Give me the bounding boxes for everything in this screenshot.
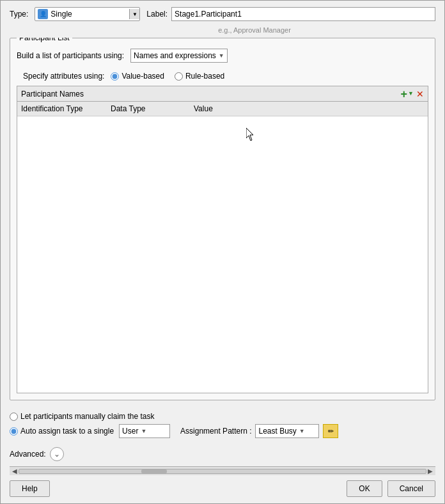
label-label: Label: — [146, 10, 168, 19]
top-section: Type: 👤 Single ▼ Label: — [1, 1, 444, 25]
add-dropdown-icon[interactable]: ▼ — [408, 91, 414, 97]
bottom-section: Let participants manually claim the task… — [1, 407, 444, 442]
dialog: Type: 👤 Single ▼ Label: e.g., Approval M… — [0, 0, 445, 504]
participant-list-fieldset: Participant List Build a list of partici… — [10, 38, 435, 400]
pattern-select[interactable]: Least Busy ▼ — [255, 424, 319, 438]
label-input[interactable] — [171, 7, 435, 21]
scroll-left-arrow[interactable]: ◀ — [11, 468, 19, 475]
panel-title: Participant Names — [21, 90, 84, 98]
col-identification-type: Identification Type — [20, 104, 109, 114]
build-label: Build a list of participants using: — [17, 51, 124, 60]
type-dropdown-arrow[interactable]: ▼ — [129, 9, 139, 19]
col-value: Value — [192, 104, 425, 114]
type-icon: 👤 — [38, 9, 48, 19]
footer-right: OK Cancel — [347, 480, 435, 497]
ok-button[interactable]: OK — [347, 480, 382, 497]
help-button[interactable]: Help — [10, 480, 50, 497]
participant-names-panel: Participant Names + ▼ ✕ Identification T… — [17, 86, 428, 393]
build-dropdown-arrow: ▼ — [219, 52, 224, 59]
user-dropdown-arrow: ▼ — [141, 428, 146, 434]
build-dropdown[interactable]: Names and expressions ▼ — [130, 49, 228, 63]
panel-header: Participant Names + ▼ ✕ — [17, 86, 428, 102]
col-data-type: Data Type — [109, 104, 192, 114]
manually-claim-radio[interactable]: Let participants manually claim the task — [10, 412, 154, 421]
assignment-pattern-label: Assignment Pattern : — [180, 427, 251, 436]
manually-row: Let participants manually claim the task — [10, 412, 435, 421]
manually-claim-label: Let participants manually claim the task — [20, 412, 154, 421]
auto-assign-row: Auto assign task to a single User ▼ Assi… — [10, 424, 435, 438]
table-header: Identification Type Data Type Value — [17, 102, 428, 116]
advanced-toggle-button[interactable]: ⌄ — [50, 447, 64, 461]
specify-label: Specify attributes using: — [23, 72, 104, 81]
edit-pattern-button[interactable]: ✏ — [323, 424, 338, 438]
footer-buttons: Help OK Cancel — [1, 475, 444, 503]
scrollbar-thumb[interactable] — [141, 469, 167, 473]
build-row: Build a list of participants using: Name… — [17, 49, 428, 63]
radio-group: Value-based Rule-based — [111, 72, 224, 81]
assignment-pattern-section: Assignment Pattern : Least Busy ▼ ✏ — [180, 424, 338, 438]
content-area: Participant List Build a list of partici… — [1, 38, 444, 407]
horizontal-scrollbar[interactable]: ◀ ▶ — [10, 466, 435, 475]
radio-value-based-label: Value-based — [121, 72, 164, 81]
add-button[interactable]: + ▼ — [401, 88, 414, 100]
pattern-selected-value: Least Busy — [258, 427, 296, 436]
add-icon: + — [401, 88, 408, 100]
radio-rule-based-label: Rule-based — [185, 72, 224, 81]
type-select[interactable]: 👤 Single ▼ — [35, 7, 140, 21]
user-select[interactable]: User ▼ — [119, 424, 170, 438]
user-selected-value: User — [122, 427, 138, 436]
auto-assign-label: Auto assign task to a single — [20, 427, 114, 436]
edit-icon: ✏ — [328, 427, 334, 436]
scrollbar-track[interactable] — [19, 469, 426, 474]
advanced-label: Advanced: — [10, 450, 46, 459]
advanced-toggle-icon: ⌄ — [54, 450, 60, 459]
radio-rule-based[interactable]: Rule-based — [175, 72, 224, 81]
specify-row: Specify attributes using: Value-based Ru… — [17, 72, 428, 81]
panel-actions: + ▼ ✕ — [401, 88, 424, 100]
type-label: Type: — [10, 10, 28, 19]
label-section: Label: — [146, 7, 435, 21]
radio-value-based[interactable]: Value-based — [111, 72, 164, 81]
eg-text: e.g., Approval Manager — [1, 25, 444, 38]
auto-assign-radio[interactable]: Auto assign task to a single — [10, 427, 114, 436]
remove-button[interactable]: ✕ — [416, 90, 424, 98]
type-value: Single — [51, 10, 129, 19]
cancel-button[interactable]: Cancel — [387, 480, 435, 497]
advanced-row: Advanced: ⌄ — [1, 442, 444, 466]
pattern-dropdown-arrow: ▼ — [299, 428, 305, 434]
table-body — [17, 116, 428, 393]
scroll-right-arrow[interactable]: ▶ — [426, 468, 434, 475]
build-selected-value: Names and expressions — [134, 51, 216, 60]
fieldset-legend: Participant List — [17, 38, 72, 42]
